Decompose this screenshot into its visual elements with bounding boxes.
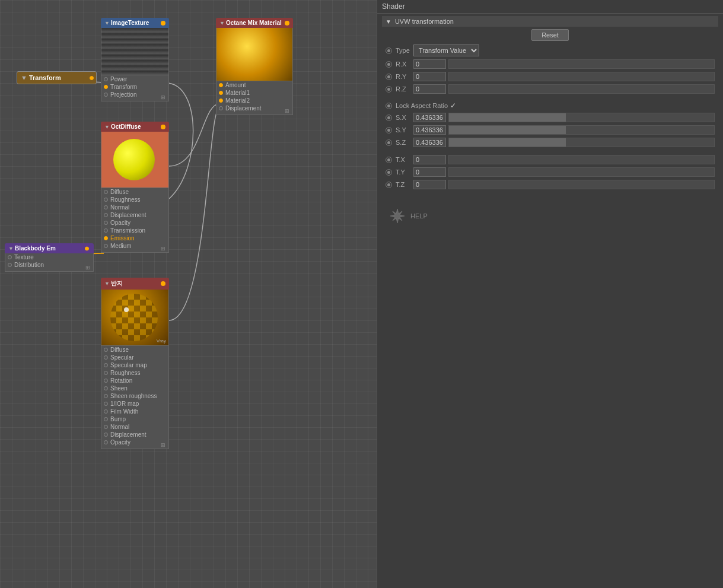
socket-sheen-bj[interactable]: Sheen (101, 384, 168, 392)
oct-diffuse-output[interactable] (161, 125, 165, 129)
texture-bb-socket[interactable] (8, 255, 12, 259)
socket-material2[interactable]: Material2 (216, 97, 292, 104)
ry-input[interactable] (413, 72, 446, 81)
sy-input[interactable] (413, 125, 446, 135)
rx-slider[interactable] (448, 59, 715, 69)
socket-projection[interactable]: Projection (101, 91, 168, 98)
socket-diffuse-oct[interactable]: Diffuse (101, 188, 168, 196)
socket-normal-oct[interactable]: Normal (101, 204, 168, 211)
distribution-bb-socket[interactable] (8, 263, 12, 267)
resize-handle-bb[interactable]: ⊞ (85, 265, 91, 271)
rotation-bj-socket[interactable] (104, 379, 108, 383)
ty-radio[interactable] (386, 169, 392, 176)
emission-oct-socket[interactable] (104, 236, 108, 240)
resize-handle[interactable]: ⊞ (161, 94, 167, 100)
socket-film-width-bj[interactable]: Film Width (101, 408, 168, 415)
tx-radio[interactable] (386, 157, 392, 163)
normal-oct-socket[interactable] (104, 205, 108, 209)
lock-radio[interactable] (386, 103, 392, 109)
socket-opacity-oct[interactable]: Opacity (101, 219, 168, 227)
socket-material1[interactable]: Material1 (216, 89, 292, 97)
socket-medium-oct[interactable]: Medium (101, 242, 168, 250)
tz-input[interactable] (413, 180, 446, 189)
sy-radio[interactable] (386, 127, 392, 134)
specular-bj-socket[interactable] (104, 355, 108, 360)
diffuse-oct-socket[interactable] (104, 190, 108, 194)
tx-input[interactable] (413, 155, 446, 164)
tz-radio[interactable] (386, 182, 392, 188)
resize-handle-mix[interactable]: ⊞ (285, 108, 291, 114)
rx-radio[interactable] (386, 61, 392, 68)
sheen-roughness-bj-socket[interactable] (104, 394, 108, 398)
socket-bump-bj[interactable]: Bump (101, 415, 168, 423)
image-texture-node[interactable]: ▼ ImageTexture Power Transform Projectio… (101, 18, 169, 101)
socket-ior-map-bj[interactable]: 1/IOR map (101, 400, 168, 408)
ry-slider[interactable] (448, 72, 715, 81)
socket-amount[interactable]: Amount (216, 81, 292, 89)
film-width-bj-socket[interactable] (104, 409, 108, 414)
projection-socket[interactable] (104, 93, 108, 97)
opacity-bj-socket[interactable] (104, 440, 108, 444)
sheen-bj-socket[interactable] (104, 386, 108, 390)
displacement-bj-socket[interactable] (104, 433, 108, 437)
rz-radio[interactable] (386, 86, 392, 93)
socket-transmission-oct[interactable]: Transmission (101, 227, 168, 234)
ty-input[interactable] (413, 167, 446, 177)
socket-emission-oct[interactable]: Emission (101, 234, 168, 242)
octane-mix-node[interactable]: ▼ Octane Mix Material Amount Material1 M… (216, 18, 293, 115)
banji-node[interactable]: ▼ 반지 Vray Diffuse Specular Specular (101, 278, 169, 449)
socket-opacity-bj[interactable]: Opacity (101, 438, 168, 446)
normal-bj-socket[interactable] (104, 425, 108, 429)
socket-diffuse-bj[interactable]: Diffuse (101, 346, 168, 354)
reset-button[interactable]: Reset (531, 29, 569, 41)
transform-node[interactable]: ▼ Transform (17, 71, 97, 84)
rx-input[interactable] (413, 59, 446, 69)
material2-socket[interactable] (219, 98, 223, 103)
socket-normal-bj[interactable]: Normal (101, 423, 168, 431)
type-select[interactable]: Transform Value (413, 45, 479, 56)
socket-displacement-mix[interactable]: Displacement (216, 104, 292, 112)
socket-displacement-bj[interactable]: Displacement (101, 431, 168, 438)
socket-specular-bj[interactable]: Specular (101, 354, 168, 361)
node-canvas[interactable]: ▼ Transform ▼ ImageTexture Power Transfo… (0, 0, 377, 588)
blackbody-output[interactable] (85, 246, 89, 250)
specular-map-bj-socket[interactable] (104, 363, 108, 367)
uvw-section-header[interactable]: ▼ UVW transformation (382, 16, 718, 27)
sz-input[interactable] (413, 138, 446, 147)
roughness-oct-socket[interactable] (104, 198, 108, 202)
rz-input[interactable] (413, 84, 446, 94)
sz-slider[interactable] (448, 138, 715, 147)
sy-slider[interactable] (448, 125, 715, 135)
blackbody-node[interactable]: ▼ Blackbody Em Texture Distribution ⊞ (5, 243, 94, 272)
oct-diffuse-node[interactable]: ▼ OctDiffuse Diffuse Roughness Normal (101, 122, 169, 253)
socket-power[interactable]: Power (101, 75, 168, 83)
diffuse-bj-socket[interactable] (104, 348, 108, 352)
displacement-oct-socket[interactable] (104, 213, 108, 217)
power-socket[interactable] (104, 77, 108, 81)
sx-input[interactable] (413, 113, 446, 122)
ior-map-bj-socket[interactable] (104, 402, 108, 406)
transform-output-socket[interactable] (90, 76, 94, 80)
resize-handle-bj[interactable]: ⊞ (161, 442, 167, 448)
socket-distribution-bb[interactable]: Distribution (5, 261, 93, 269)
socket-roughness-oct[interactable]: Roughness (101, 196, 168, 204)
rz-slider[interactable] (448, 84, 715, 94)
socket-texture-bb[interactable]: Texture (5, 253, 93, 261)
socket-rotation-bj[interactable]: Rotation (101, 377, 168, 384)
sx-radio[interactable] (386, 115, 392, 121)
sz-radio[interactable] (386, 139, 392, 146)
displacement-mix-socket[interactable] (219, 106, 223, 110)
bump-bj-socket[interactable] (104, 417, 108, 421)
socket-specular-map-bj[interactable]: Specular map (101, 361, 168, 369)
material1-socket[interactable] (219, 91, 223, 95)
tz-slider[interactable] (448, 180, 715, 189)
socket-displacement-oct[interactable]: Displacement (101, 211, 168, 219)
socket-roughness-bj[interactable]: Roughness (101, 369, 168, 377)
ry-radio[interactable] (386, 74, 392, 80)
sx-slider[interactable] (448, 113, 715, 122)
medium-oct-socket[interactable] (104, 244, 108, 248)
roughness-bj-socket[interactable] (104, 371, 108, 375)
tx-slider[interactable] (448, 155, 715, 164)
transform-socket[interactable] (104, 85, 108, 89)
opacity-oct-socket[interactable] (104, 221, 108, 225)
